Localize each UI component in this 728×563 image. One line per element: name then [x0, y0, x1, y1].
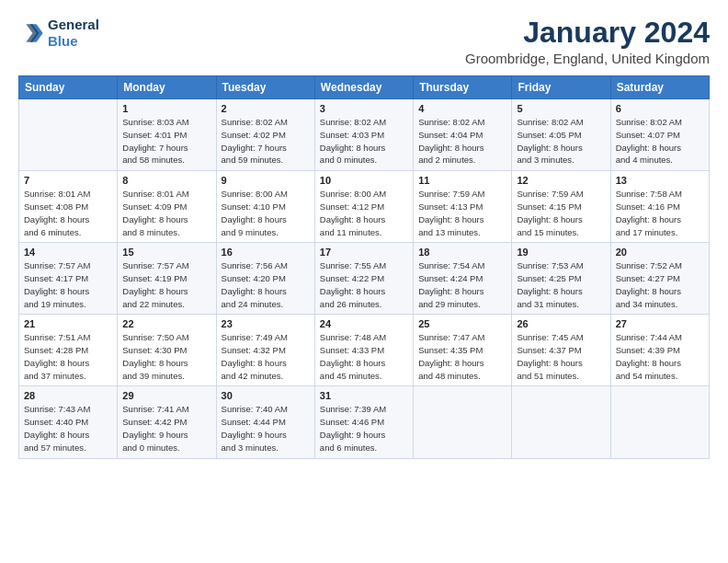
day-info: Sunrise: 7:50 AM Sunset: 4:30 PM Dayligh…: [122, 331, 210, 382]
day-cell: 29Sunrise: 7:41 AM Sunset: 4:42 PM Dayli…: [118, 386, 216, 458]
day-cell: 3Sunrise: 8:02 AM Sunset: 4:03 PM Daylig…: [314, 99, 413, 171]
day-cell: 7Sunrise: 8:01 AM Sunset: 4:08 PM Daylig…: [19, 171, 118, 243]
day-number: 19: [517, 247, 605, 258]
day-cell: 20Sunrise: 7:52 AM Sunset: 4:27 PM Dayli…: [610, 243, 709, 315]
day-cell: 1Sunrise: 8:03 AM Sunset: 4:01 PM Daylig…: [118, 99, 216, 171]
day-info: Sunrise: 7:59 AM Sunset: 4:13 PM Dayligh…: [418, 188, 506, 238]
day-header-friday: Friday: [512, 76, 610, 99]
day-info: Sunrise: 8:02 AM Sunset: 4:03 PM Dayligh…: [320, 116, 408, 167]
day-info: Sunrise: 7:58 AM Sunset: 4:16 PM Dayligh…: [616, 188, 704, 238]
day-cell: 5Sunrise: 8:02 AM Sunset: 4:05 PM Daylig…: [512, 99, 610, 171]
day-number: 1: [122, 103, 210, 114]
day-number: 31: [320, 390, 408, 401]
day-cell: 14Sunrise: 7:57 AM Sunset: 4:17 PM Dayli…: [19, 243, 118, 315]
day-info: Sunrise: 8:02 AM Sunset: 4:07 PM Dayligh…: [616, 116, 704, 167]
day-number: 24: [320, 318, 408, 329]
day-info: Sunrise: 7:39 AM Sunset: 4:46 PM Dayligh…: [320, 403, 408, 454]
day-info: Sunrise: 7:47 AM Sunset: 4:35 PM Dayligh…: [418, 331, 506, 382]
day-header-sunday: Sunday: [19, 76, 118, 99]
day-cell: 30Sunrise: 7:40 AM Sunset: 4:44 PM Dayli…: [216, 386, 314, 458]
day-number: 9: [222, 175, 310, 186]
day-number: 4: [418, 103, 506, 114]
day-cell: 18Sunrise: 7:54 AM Sunset: 4:24 PM Dayli…: [414, 243, 512, 315]
day-info: Sunrise: 8:02 AM Sunset: 4:02 PM Dayligh…: [222, 116, 310, 167]
day-info: Sunrise: 8:01 AM Sunset: 4:08 PM Dayligh…: [24, 188, 112, 238]
logo-line1: General: [48, 17, 99, 33]
day-number: 11: [418, 175, 506, 186]
day-cell: 25Sunrise: 7:47 AM Sunset: 4:35 PM Dayli…: [414, 315, 512, 386]
days-header-row: SundayMondayTuesdayWednesdayThursdayFrid…: [19, 76, 710, 99]
title-block: January 2024 Groombridge, England, Unite…: [465, 17, 710, 66]
day-info: Sunrise: 8:02 AM Sunset: 4:04 PM Dayligh…: [418, 116, 506, 167]
day-info: Sunrise: 7:44 AM Sunset: 4:39 PM Dayligh…: [616, 331, 704, 382]
day-info: Sunrise: 8:02 AM Sunset: 4:05 PM Dayligh…: [517, 116, 605, 167]
week-row-2: 7Sunrise: 8:01 AM Sunset: 4:08 PM Daylig…: [19, 171, 710, 243]
day-header-monday: Monday: [118, 76, 216, 99]
day-info: Sunrise: 7:59 AM Sunset: 4:15 PM Dayligh…: [517, 188, 605, 238]
day-header-thursday: Thursday: [414, 76, 512, 99]
day-number: 22: [122, 318, 210, 329]
logo-text: General Blue: [48, 17, 99, 50]
day-cell: 19Sunrise: 7:53 AM Sunset: 4:25 PM Dayli…: [512, 243, 610, 315]
week-row-1: 1Sunrise: 8:03 AM Sunset: 4:01 PM Daylig…: [19, 99, 710, 171]
day-cell: 21Sunrise: 7:51 AM Sunset: 4:28 PM Dayli…: [19, 315, 118, 386]
day-cell: 9Sunrise: 8:00 AM Sunset: 4:10 PM Daylig…: [216, 171, 314, 243]
day-cell: 4Sunrise: 8:02 AM Sunset: 4:04 PM Daylig…: [414, 99, 512, 171]
day-number: 5: [517, 103, 605, 114]
day-cell: 23Sunrise: 7:49 AM Sunset: 4:32 PM Dayli…: [216, 315, 314, 386]
day-number: 29: [122, 390, 210, 401]
day-number: 20: [616, 247, 704, 258]
day-info: Sunrise: 7:51 AM Sunset: 4:28 PM Dayligh…: [24, 331, 112, 382]
day-cell: 24Sunrise: 7:48 AM Sunset: 4:33 PM Dayli…: [314, 315, 413, 386]
day-number: 7: [24, 175, 112, 186]
day-number: 12: [517, 175, 605, 186]
day-cell: 11Sunrise: 7:59 AM Sunset: 4:13 PM Dayli…: [414, 171, 512, 243]
logo-line2: Blue: [48, 33, 78, 49]
day-info: Sunrise: 7:45 AM Sunset: 4:37 PM Dayligh…: [517, 331, 605, 382]
day-cell: 17Sunrise: 7:55 AM Sunset: 4:22 PM Dayli…: [314, 243, 413, 315]
day-number: 23: [222, 318, 310, 329]
day-info: Sunrise: 7:48 AM Sunset: 4:33 PM Dayligh…: [320, 331, 408, 382]
day-cell: 16Sunrise: 7:56 AM Sunset: 4:20 PM Dayli…: [216, 243, 314, 315]
calendar-table: SundayMondayTuesdayWednesdayThursdayFrid…: [18, 75, 710, 458]
logo-icon: [18, 20, 44, 46]
day-cell: [414, 386, 512, 458]
header: General Blue January 2024 Groombridge, E…: [18, 17, 710, 66]
day-info: Sunrise: 7:52 AM Sunset: 4:27 PM Dayligh…: [616, 259, 704, 310]
day-info: Sunrise: 7:56 AM Sunset: 4:20 PM Dayligh…: [222, 259, 310, 310]
day-info: Sunrise: 7:49 AM Sunset: 4:32 PM Dayligh…: [222, 331, 310, 382]
day-cell: [512, 386, 610, 458]
day-cell: 6Sunrise: 8:02 AM Sunset: 4:07 PM Daylig…: [610, 99, 709, 171]
day-cell: 13Sunrise: 7:58 AM Sunset: 4:16 PM Dayli…: [610, 171, 709, 243]
day-info: Sunrise: 7:55 AM Sunset: 4:22 PM Dayligh…: [320, 259, 408, 310]
logo: General Blue: [18, 17, 99, 50]
day-cell: 28Sunrise: 7:43 AM Sunset: 4:40 PM Dayli…: [19, 386, 118, 458]
week-row-3: 14Sunrise: 7:57 AM Sunset: 4:17 PM Dayli…: [19, 243, 710, 315]
day-number: 18: [418, 247, 506, 258]
day-info: Sunrise: 7:54 AM Sunset: 4:24 PM Dayligh…: [418, 259, 506, 310]
day-number: 8: [122, 175, 210, 186]
day-number: 26: [517, 318, 605, 329]
calendar-body: 1Sunrise: 8:03 AM Sunset: 4:01 PM Daylig…: [19, 99, 710, 458]
day-info: Sunrise: 7:41 AM Sunset: 4:42 PM Dayligh…: [122, 403, 210, 454]
day-cell: 27Sunrise: 7:44 AM Sunset: 4:39 PM Dayli…: [610, 315, 709, 386]
day-number: 30: [222, 390, 310, 401]
day-info: Sunrise: 7:40 AM Sunset: 4:44 PM Dayligh…: [222, 403, 310, 454]
day-info: Sunrise: 7:53 AM Sunset: 4:25 PM Dayligh…: [517, 259, 605, 310]
day-number: 21: [24, 318, 112, 329]
day-number: 2: [222, 103, 310, 114]
day-info: Sunrise: 7:57 AM Sunset: 4:17 PM Dayligh…: [24, 259, 112, 310]
day-cell: 26Sunrise: 7:45 AM Sunset: 4:37 PM Dayli…: [512, 315, 610, 386]
day-info: Sunrise: 8:00 AM Sunset: 4:10 PM Dayligh…: [222, 188, 310, 238]
day-cell: 15Sunrise: 7:57 AM Sunset: 4:19 PM Dayli…: [118, 243, 216, 315]
day-number: 25: [418, 318, 506, 329]
day-cell: 10Sunrise: 8:00 AM Sunset: 4:12 PM Dayli…: [314, 171, 413, 243]
month-title: January 2024: [465, 17, 710, 49]
day-cell: 12Sunrise: 7:59 AM Sunset: 4:15 PM Dayli…: [512, 171, 610, 243]
day-number: 15: [122, 247, 210, 258]
day-info: Sunrise: 8:00 AM Sunset: 4:12 PM Dayligh…: [320, 188, 408, 238]
day-header-tuesday: Tuesday: [216, 76, 314, 99]
day-info: Sunrise: 8:01 AM Sunset: 4:09 PM Dayligh…: [122, 188, 210, 238]
day-number: 6: [616, 103, 704, 114]
day-info: Sunrise: 8:03 AM Sunset: 4:01 PM Dayligh…: [122, 116, 210, 167]
